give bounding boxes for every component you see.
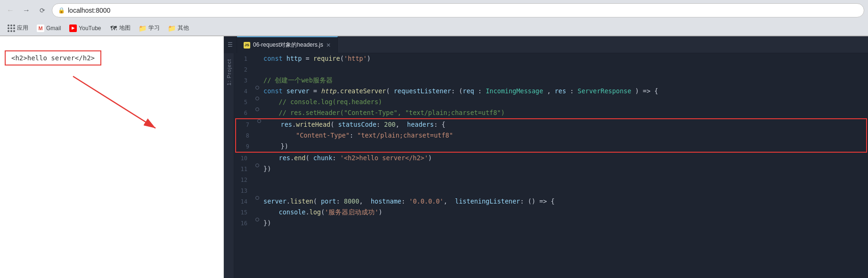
breakpoint-16[interactable] <box>255 218 259 221</box>
youtube-label: YouTube <box>79 25 101 32</box>
bookmark-maps[interactable]: 🗺 地图 <box>106 23 134 33</box>
bookmark-other[interactable]: 📁 其他 <box>164 23 193 33</box>
address-text: localhost:8000 <box>68 7 858 14</box>
browser-chrome: ← → ⟳ 🔒 localhost:8000 应用 M Gmail ▶ YouT… <box>0 0 868 36</box>
svg-line-1 <box>73 76 156 128</box>
bookmark-gmail[interactable]: M Gmail <box>33 23 65 33</box>
study-label: 学习 <box>148 24 160 32</box>
breakpoint-4[interactable] <box>255 86 259 90</box>
lock-icon: 🔒 <box>58 7 65 14</box>
breakpoint-7[interactable] <box>257 119 261 123</box>
tab-label: 06-request对象的headers.js <box>253 41 323 49</box>
reload-button[interactable]: ⟳ <box>36 4 49 17</box>
tab-bar: ☰ JS 06-request对象的headers.js ✕ <box>224 36 868 53</box>
code-lines: 1 const http = require('http') 2 3 <box>234 53 868 229</box>
bookmark-youtube[interactable]: ▶ YouTube <box>66 23 105 33</box>
annotation-arrow <box>0 36 224 278</box>
bookmark-apps[interactable]: 应用 <box>4 23 32 33</box>
other-folder-icon: 📁 <box>168 25 176 32</box>
project-label: 1: Project <box>226 59 232 85</box>
apps-label: 应用 <box>17 24 28 32</box>
code-line-11: 11 }) <box>234 164 868 174</box>
apps-grid-icon <box>8 25 15 32</box>
code-line-13: 13 <box>234 185 868 196</box>
study-folder-icon: 📁 <box>139 25 147 32</box>
code-line-9: 9 }) <box>236 141 866 152</box>
maps-icon: 🗺 <box>110 25 117 32</box>
editor-tab-active[interactable]: JS 06-request对象的headers.js ✕ <box>237 36 338 53</box>
browser-toolbar: ← → ⟳ 🔒 localhost:8000 <box>0 0 868 21</box>
main-content: <h2>hello server</h2> ☰ JS 06-request对象的… <box>0 36 868 278</box>
browser-page: <h2>hello server</h2> <box>0 36 224 278</box>
side-panel-toggle[interactable]: ☰ <box>224 36 237 53</box>
tab-close-button[interactable]: ✕ <box>326 42 331 48</box>
page-h2-box: <h2>hello server</h2> <box>5 50 101 65</box>
code-line-15: 15 console.log('服务器启动成功') <box>234 207 868 218</box>
breakpoint-5[interactable] <box>255 97 259 100</box>
vscode-panel: ☰ JS 06-request对象的headers.js ✕ 1: Projec… <box>224 36 868 278</box>
youtube-icon: ▶ <box>69 25 77 32</box>
maps-label: 地图 <box>119 24 131 32</box>
bookmark-study[interactable]: 📁 学习 <box>135 23 164 33</box>
code-line-3: 3 // 创建一个web服务器 <box>234 75 868 86</box>
code-line-14: 14 server.listen( port: 8000, hostname: … <box>234 196 868 207</box>
code-line-1: 1 const http = require('http') <box>234 53 868 64</box>
code-line-2: 2 <box>234 64 868 75</box>
highlight-block: 7 res.writeHead( statusCode: 200, header… <box>235 118 867 153</box>
gmail-icon: M <box>37 25 44 32</box>
breakpoint-11[interactable] <box>255 164 259 167</box>
code-editor[interactable]: 1 const http = require('http') 2 3 <box>234 53 868 278</box>
code-line-12: 12 <box>234 174 868 185</box>
code-line-8: 8 "Content-Type": "text/plain;charset=ut… <box>236 130 866 141</box>
breakpoint-14[interactable] <box>255 196 259 200</box>
gmail-label: Gmail <box>46 25 61 32</box>
back-button[interactable]: ← <box>4 4 17 17</box>
code-line-16: 16 }) <box>234 218 868 229</box>
code-line-6: 6 // res.setHeader("Content-Type", "text… <box>234 107 868 118</box>
code-line-10: 10 res.end( chunk: '<h2>hello server</h2… <box>234 153 868 164</box>
breakpoint-6[interactable] <box>255 107 259 111</box>
code-line-4: 4 const server = http.createServer( requ… <box>234 86 868 97</box>
forward-button[interactable]: → <box>20 4 33 17</box>
code-area: 1: Project 1 const http = require('http'… <box>224 53 868 278</box>
code-line-7: 7 res.writeHead( statusCode: 200, header… <box>236 119 866 130</box>
address-bar[interactable]: 🔒 localhost:8000 <box>52 3 864 17</box>
other-label: 其他 <box>178 24 189 32</box>
project-sidebar: 1: Project <box>224 53 234 278</box>
code-line-5: 5 // console.log(req.headers) <box>234 97 868 107</box>
bookmarks-bar: 应用 M Gmail ▶ YouTube 🗺 地图 📁 学习 📁 其他 <box>0 21 868 36</box>
js-file-icon: JS <box>244 42 250 49</box>
